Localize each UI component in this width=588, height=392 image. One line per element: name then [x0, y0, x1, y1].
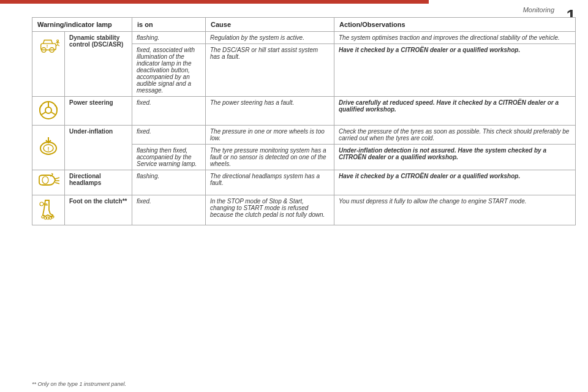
ui-icon-cell: ! — [32, 126, 65, 170]
ps-cause-text: The power steering has a fault. — [210, 99, 294, 106]
ps-name-cell: Power steering — [65, 97, 132, 126]
dsc-asr-icon: ! — [37, 34, 59, 56]
dh-action: Have it checked by a CITROËN dealer or a… — [334, 170, 576, 195]
power-steering-icon — [37, 99, 59, 121]
foot-clutch-icon — [37, 198, 60, 221]
ui-cause-1: The pressure in one or more wheels is to… — [206, 126, 334, 145]
svg-point-4 — [57, 40, 59, 42]
svg-point-23 — [40, 202, 43, 206]
ps-icon-cell — [32, 97, 65, 126]
dsc-action-2-text: Have it checked by a CITROËN dealer or a… — [339, 47, 520, 53]
ui-action-1: Check the pressure of the tyres as soon … — [334, 126, 576, 145]
ui-name-cell: Under-inflation — [65, 126, 132, 170]
dsc-action-2: Have it checked by a CITROËN dealer or a… — [334, 44, 576, 97]
col-header-cause: Cause — [206, 18, 334, 32]
dsc-action-1-text: The system optimises traction and improv… — [339, 34, 560, 41]
dsc-ison-2-text: fixed, associated with illumination of t… — [137, 47, 195, 94]
fc-label: Foot on the clutch** — [69, 198, 127, 205]
svg-line-9 — [51, 112, 56, 115]
dh-ison-text: flashing. — [137, 173, 159, 179]
table-row: Directional headlamps flashing. The dire… — [32, 170, 576, 195]
ps-label: Power steering — [69, 99, 113, 106]
fc-name-cell: Foot on the clutch** — [65, 195, 132, 225]
col-header-ison: is on — [132, 18, 206, 32]
dsc-cause-2-text: The DSC/ASR or hill start assist system … — [210, 47, 318, 60]
ui-ison-1-text: fixed. — [137, 128, 151, 135]
svg-line-8 — [42, 112, 46, 115]
ui-ison-2: flashing then fixed, accompanied by the … — [132, 145, 206, 170]
ps-action: Drive carefully at reduced speed. Have i… — [334, 97, 576, 126]
fc-cause-text: In the STOP mode of Stop & Start, changi… — [210, 198, 325, 218]
table-row: Power steering fixed. The power steering… — [32, 97, 576, 126]
main-table: Warning/indicator lamp is on Cause Actio… — [32, 17, 576, 225]
ui-label: Under-inflation — [69, 128, 113, 135]
dsc-ison-1: flashing. — [132, 32, 206, 44]
svg-point-14 — [42, 176, 48, 184]
dh-action-text: Have it checked by a CITROËN dealer or a… — [339, 173, 520, 179]
dsc-action-1: The system optimises traction and improv… — [334, 32, 576, 44]
ui-cause-1-text: The pressure in one or more wheels is to… — [210, 128, 325, 141]
col-header-lamp: Warning/indicator lamp — [32, 18, 132, 32]
fc-action-text: You must depress it fully to allow the c… — [339, 198, 526, 205]
ui-action-2: Under-inflation detection is not assured… — [334, 145, 576, 170]
fc-icon-cell — [32, 195, 65, 225]
ps-cause: The power steering has a fault. — [206, 97, 334, 126]
dsc-cause-1: Regulation by the system is active. — [206, 32, 334, 44]
dsc-name-cell: Dynamic stability control (DSC/ASR) — [65, 32, 132, 97]
ui-cause-2-text: The tyre pressure monitoring system has … — [210, 147, 326, 167]
ui-cause-2: The tyre pressure monitoring system has … — [206, 145, 334, 170]
footer-note: ** Only on the type 1 instrument panel. — [32, 381, 126, 387]
fc-cause: In the STOP mode of Stop & Start, changi… — [206, 195, 334, 225]
dh-ison: flashing. — [132, 170, 206, 195]
svg-point-18 — [42, 216, 44, 218]
svg-point-21 — [49, 217, 51, 219]
table-row: ! Under-inflation fixed. The pressure in… — [32, 126, 576, 145]
svg-text:!: ! — [47, 43, 48, 49]
svg-line-15 — [55, 178, 59, 179]
ui-ison-1: fixed. — [132, 126, 206, 145]
col-header-action: Action/Observations — [334, 18, 576, 32]
ui-action-2-text: Under-inflation detection is not assured… — [339, 147, 546, 160]
fc-action: You must depress it fully to allow the c… — [334, 195, 576, 225]
dh-icon-cell — [32, 170, 65, 195]
under-inflation-icon: ! — [37, 135, 59, 159]
section-title: Monitoring — [523, 6, 554, 13]
dsc-cause-2: The DSC/ASR or hill start assist system … — [206, 44, 334, 97]
ui-action-1-text: Check the pressure of the tyres as soon … — [339, 128, 569, 141]
dh-name-cell: Directional headlamps — [65, 170, 132, 195]
svg-point-6 — [45, 107, 51, 113]
page-container: Monitoring 1 Warning/indicator lamp is o… — [0, 0, 588, 392]
dh-cause-text: The directional headlamps system has a f… — [210, 173, 320, 186]
dsc-ison-2: fixed, associated with illumination of t… — [132, 44, 206, 97]
dh-label: Directional headlamps — [69, 173, 101, 186]
ps-ison: fixed. — [132, 97, 206, 126]
header-bar — [0, 0, 429, 4]
fc-ison: fixed. — [132, 195, 206, 225]
table-row: Foot on the clutch** fixed. In the STOP … — [32, 195, 576, 225]
dsc-cause-1-text: Regulation by the system is active. — [210, 34, 304, 41]
ps-ison-text: fixed. — [137, 99, 151, 106]
dh-cause: The directional headlamps system has a f… — [206, 170, 334, 195]
dsc-icon-cell: ! — [32, 32, 65, 97]
svg-line-17 — [55, 183, 59, 184]
table-row: ! Dynamic stability control (DSC/ASR) fl… — [32, 32, 576, 44]
ui-ison-2-text: flashing then fixed, accompanied by the … — [137, 147, 197, 167]
dsc-ison-1-text: flashing. — [137, 34, 159, 41]
svg-text:!: ! — [48, 146, 50, 152]
directional-headlamps-icon — [37, 173, 60, 191]
fc-ison-text: fixed. — [137, 198, 151, 205]
dsc-label: Dynamic stability control (DSC/ASR) — [69, 34, 123, 48]
ps-action-text: Drive carefully at reduced speed. Have i… — [339, 99, 559, 113]
